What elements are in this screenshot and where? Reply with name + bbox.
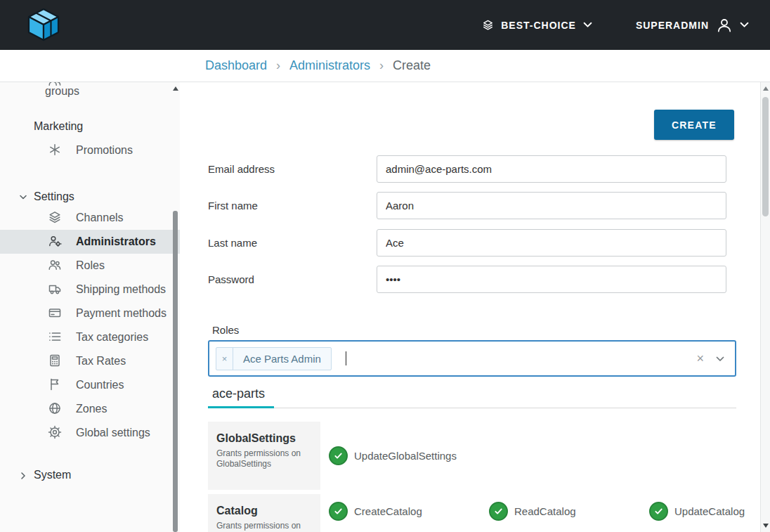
credit-card-icon xyxy=(48,306,62,320)
sidebar-item-countries[interactable]: Countries xyxy=(0,373,180,397)
users-icon xyxy=(48,258,62,272)
chevron-right-icon xyxy=(19,472,27,480)
check-circle-icon xyxy=(329,446,348,465)
main-content: CREATE Email address First name Last nam… xyxy=(180,82,760,532)
first-name-label: First name xyxy=(208,192,258,219)
permission-group-cell: Catalog Grants permissions on Products, … xyxy=(208,494,320,532)
roles-select[interactable]: × Ace Parts Admin × xyxy=(208,340,736,377)
form-row-last-name: Last name xyxy=(208,229,726,257)
asterisk-icon xyxy=(48,143,62,157)
topbar: BEST-CHOICE SUPERADMIN xyxy=(0,0,770,50)
permission-items: UpdateGlobalSettings xyxy=(329,422,736,490)
sidebar-item-label: Roles xyxy=(76,259,105,271)
permission-row-globalsettings: GlobalSettings Grants permissions on Glo… xyxy=(208,422,736,490)
sidebar-section-label: System xyxy=(34,469,71,481)
user-icon xyxy=(715,16,733,34)
sidebar-item-customer-groups[interactable]: groups xyxy=(0,82,180,100)
scroll-up-arrow-icon[interactable] xyxy=(763,86,769,91)
sidebar-section-system[interactable]: System xyxy=(0,466,180,484)
scroll-up-arrow-icon[interactable] xyxy=(173,86,178,91)
vendure-admin-screen: BEST-CHOICE SUPERADMIN Dashb xyxy=(0,0,770,532)
form-row-password: Password xyxy=(208,266,726,293)
sidebar-item-payment-methods[interactable]: Payment methods xyxy=(0,301,180,325)
sidebar-item-administrators[interactable]: Administrators xyxy=(0,230,180,254)
tab-ace-parts[interactable]: ace-parts xyxy=(212,387,265,401)
check-circle-icon xyxy=(649,502,668,521)
globe-icon xyxy=(48,401,62,415)
permission-group-name: GlobalSettings xyxy=(216,432,312,445)
sidebar-item-tax-categories[interactable]: Tax categories xyxy=(0,325,180,349)
sidebar-item-label: Countries xyxy=(76,379,124,391)
permission-label: UpdateGlobalSettings xyxy=(354,450,457,462)
sidebar-item-label: Payment methods xyxy=(76,307,167,319)
tab-divider xyxy=(208,408,736,408)
permission-toggle[interactable]: UpdateCatalog xyxy=(649,499,760,523)
sidebar-item-channels[interactable]: Channels xyxy=(0,206,180,230)
breadcrumb-separator: › xyxy=(379,58,384,73)
permission-toggle[interactable]: UpdateGlobalSettings xyxy=(329,444,489,468)
email-input[interactable] xyxy=(377,155,726,183)
main-scrollbar[interactable] xyxy=(760,82,770,532)
email-label: Email address xyxy=(208,155,275,183)
user-label: SUPERADMIN xyxy=(636,20,709,31)
sidebar-item-label: Shipping methods xyxy=(76,283,166,295)
permission-items: CreateCatalog ReadCatalog UpdateCatalog xyxy=(329,499,736,523)
breadcrumb-current: Create xyxy=(393,58,431,73)
sidebar-item-promotions[interactable]: Promotions xyxy=(0,138,180,162)
channel-switcher[interactable]: BEST-CHOICE xyxy=(482,19,592,31)
gear-icon xyxy=(48,425,62,439)
sidebar-item-label: Zones xyxy=(76,403,107,415)
last-name-input[interactable] xyxy=(377,229,726,257)
sidebar-item-label: Administrators xyxy=(76,235,156,247)
sidebar-item-label: Tax Rates xyxy=(76,355,126,367)
permission-toggle[interactable]: CreateCatalog xyxy=(329,499,489,523)
breadcrumb-separator: › xyxy=(276,58,280,73)
main-scrollbar-thumb[interactable] xyxy=(762,97,769,216)
chip-label: Ace Parts Admin xyxy=(233,353,331,365)
password-input[interactable] xyxy=(377,266,726,293)
create-button[interactable]: CREATE xyxy=(654,110,734,140)
text-cursor xyxy=(346,351,347,365)
sidebar-item-shipping-methods[interactable]: Shipping methods xyxy=(0,278,180,301)
breadcrumb-dashboard[interactable]: Dashboard xyxy=(205,58,267,73)
calculator-icon xyxy=(48,353,62,368)
sidebar-item-zones[interactable]: Zones xyxy=(0,397,180,421)
tab-active-underline xyxy=(208,406,274,408)
breadcrumb: Dashboard › Administrators › Create xyxy=(0,50,770,82)
permission-label: CreateCatalog xyxy=(354,505,422,517)
flag-icon xyxy=(48,377,62,391)
permission-label: ReadCatalog xyxy=(514,505,576,517)
chevron-down-icon[interactable] xyxy=(716,356,724,362)
permission-label: UpdateCatalog xyxy=(674,505,745,517)
sidebar-section-settings[interactable]: Settings xyxy=(0,188,180,206)
password-label: Password xyxy=(208,266,254,293)
breadcrumb-administrators[interactable]: Administrators xyxy=(289,58,370,73)
sidebar-item-tax-rates[interactable]: Tax Rates xyxy=(0,349,180,373)
permission-group-cell: GlobalSettings Grants permissions on Glo… xyxy=(208,422,320,490)
sidebar-scrollbar[interactable] xyxy=(173,82,178,532)
sidebar-section-marketing: Marketing xyxy=(0,119,180,134)
roles-label: Roles xyxy=(212,324,239,336)
role-chip: × Ace Parts Admin xyxy=(216,347,332,370)
first-name-input[interactable] xyxy=(377,192,726,219)
user-gear-icon xyxy=(48,234,62,248)
sidebar-item-roles[interactable]: Roles xyxy=(0,254,180,278)
sidebar-scrollbar-thumb[interactable] xyxy=(173,211,178,532)
clear-icon[interactable]: × xyxy=(696,352,704,365)
sidebar-item-label: Global settings xyxy=(76,427,150,439)
channel-label: BEST-CHOICE xyxy=(501,20,576,31)
form-row-first-name: First name xyxy=(208,192,726,219)
scroll-down-arrow-icon[interactable] xyxy=(763,524,769,528)
permission-toggle[interactable]: ReadCatalog xyxy=(489,499,649,523)
users-icon xyxy=(48,82,62,88)
chip-remove-icon[interactable]: × xyxy=(216,348,233,370)
check-circle-icon xyxy=(489,502,508,521)
user-menu[interactable]: SUPERADMIN xyxy=(636,16,749,34)
sidebar-item-label: Tax categories xyxy=(76,331,148,343)
topbar-right: BEST-CHOICE SUPERADMIN xyxy=(482,16,749,34)
list-icon xyxy=(48,330,62,344)
chevron-down-icon xyxy=(583,22,592,28)
chevron-down-icon xyxy=(19,193,27,202)
app-logo[interactable] xyxy=(24,6,63,45)
sidebar-item-global-settings[interactable]: Global settings xyxy=(0,421,180,445)
